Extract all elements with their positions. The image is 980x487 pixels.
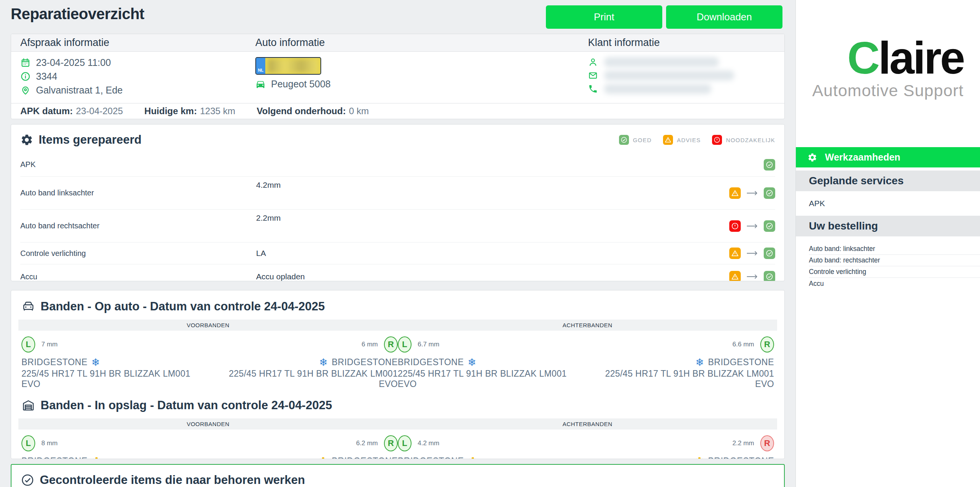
tire-front-right: R 6.2 mm BRIDGESTONE 225/45 YR17 TL 91Y … (210, 435, 398, 459)
company-logo: Claire Automotive Support (796, 0, 980, 100)
print-button[interactable]: Print (546, 5, 662, 29)
order-item-lighting[interactable]: Controle verlichting (809, 266, 980, 278)
appointment-datetime: 23-04-2025 11:00 (36, 57, 111, 68)
sun-icon (318, 456, 328, 459)
your-order-header: Uw bestelling (796, 216, 980, 236)
logo-wordmark: Claire (812, 35, 964, 80)
order-item-battery[interactable]: Accu (809, 278, 980, 289)
status-advice-badge (729, 248, 741, 259)
customer-phone-redacted (604, 84, 711, 94)
check-circle-outline-icon (21, 473, 34, 487)
legend-necessary: NOODZAKELIJK (712, 135, 775, 145)
repair-row-band-right-rear: Auto band rechtsachter 2.2mm (20, 210, 775, 243)
car-icon (255, 79, 266, 89)
repair-row-battery: Accu Accu opladen (20, 264, 775, 281)
status-legend: GOED ADVIES NOODZAKELIJK (619, 135, 775, 145)
axle-header-bar: VOORBANDEN ACHTERBANDEN (18, 320, 777, 331)
legend-advice: ADVIES (663, 135, 701, 145)
tires-in-storage-grid: L 8 mm BRIDGESTONE 225/45 YR17 TL 91Y BR… (18, 430, 777, 459)
check-circle-icon (619, 135, 629, 145)
gear-icon (20, 133, 33, 146)
info-circle-icon (20, 71, 31, 82)
sun-icon (468, 456, 478, 459)
car-model-row: Peugeot 5008 (255, 79, 588, 90)
car-outline-icon (21, 300, 35, 313)
apk-date-pair: APK datum:23-04-2025 (20, 106, 123, 116)
appointment-number: 3344 (36, 71, 57, 82)
snowflake-icon: ❄ (468, 357, 477, 367)
status-good-badge (764, 220, 775, 232)
main-content: Reparatieoverzicht Print Downloaden Afsp… (11, 0, 785, 487)
status-necessary-badge (729, 220, 741, 232)
customer-header: Klant informatie (588, 37, 784, 49)
mail-icon (588, 71, 598, 80)
info-card-headers: Afspraak informatie Auto informatie Klan… (11, 34, 784, 52)
repair-row-apk: APK (20, 153, 775, 177)
phone-icon (588, 84, 598, 94)
tire-position-badge: L (21, 435, 35, 451)
page-header: Reparatieoverzicht Print Downloaden (11, 0, 785, 34)
customer-email-row (588, 71, 784, 80)
legend-good: GOED (619, 135, 652, 145)
garage-icon (21, 398, 35, 412)
rear-tires-label: ACHTERBANDEN (398, 320, 777, 331)
arrow-right-icon (746, 251, 758, 256)
tire-front-left: L 7 mm BRIDGESTONE❄ 225/45 HR17 TL 91H B… (21, 336, 210, 389)
status-good-badge (764, 248, 775, 259)
tires-on-car-title: Banden - Op auto - Datum van controle 24… (18, 290, 777, 320)
tire-position-badge: L (398, 435, 412, 451)
tire-rear-left: L 4.2 mm BRIDGESTONE 225/45 YR17 TL 91Y … (398, 435, 586, 459)
car-model: Peugeot 5008 (271, 79, 331, 90)
tire-rear-right: R 6.6 mm BRIDGESTONE❄ 225/45 HR17 TL 91H… (586, 336, 774, 389)
repair-row-lighting: Controle verlichting LA (20, 243, 775, 264)
arrow-right-icon (746, 274, 758, 279)
appointment-address-row: Galvanistraat 1, Ede (20, 85, 255, 96)
page-title: Reparatieoverzicht (11, 5, 144, 23)
appointment-column: 23-04-2025 11:00 3344 Galvanistraat 1, E… (20, 57, 255, 98)
tires-in-storage-title: Banden - In opslag - Datum van controle … (18, 392, 777, 418)
planned-services-header: Geplande services (796, 171, 980, 191)
sun-icon (694, 456, 704, 459)
gear-icon (807, 152, 817, 162)
repaired-items-card: Items gerepareerd GOED ADVIES NOODZAKELI… (11, 124, 785, 281)
toolbar: Print Downloaden (546, 5, 782, 29)
tire-position-badge: L (21, 336, 35, 353)
tire-position-badge: R (760, 435, 774, 451)
status-advice-badge (729, 271, 741, 281)
person-icon (588, 57, 598, 67)
calendar-icon (20, 57, 31, 68)
sidebar-item-apk[interactable]: APK (796, 191, 980, 216)
tire-position-badge: L (398, 336, 412, 353)
customer-email-redacted (604, 71, 734, 80)
axle-header-bar: VOORBANDEN ACHTERBANDEN (18, 418, 777, 430)
appointment-datetime-row: 23-04-2025 11:00 (20, 57, 255, 68)
info-card: Afspraak informatie Auto informatie Klan… (11, 34, 785, 119)
map-pin-icon (20, 85, 31, 95)
order-item-band-left-rear[interactable]: Auto band: linksachter (809, 243, 980, 255)
status-advice-badge (729, 187, 741, 199)
current-km-pair: Huidige km:1235 km (144, 106, 235, 116)
customer-column (588, 57, 784, 98)
download-button[interactable]: Downloaden (666, 5, 782, 29)
tire-front-right: R 6 mm BRIDGESTONE❄ 225/45 HR17 TL 91H B… (210, 336, 398, 389)
snowflake-icon: ❄ (695, 357, 704, 367)
checked-items-card: Gecontroleerde items die naar behoren we… (11, 464, 785, 487)
logo-subtitle: Automotive Support (812, 81, 964, 100)
next-service-pair: Volgend onderhoud:0 km (257, 106, 369, 116)
info-card-footer: APK datum:23-04-2025 Huidige km:1235 km … (11, 103, 784, 119)
snowflake-icon: ❄ (319, 357, 328, 367)
status-good-badge (764, 159, 775, 171)
arrow-right-icon (746, 190, 758, 196)
repaired-items-title: Items gerepareerd (20, 133, 142, 147)
status-good-badge (764, 187, 775, 199)
tires-on-car-grid: L 7 mm BRIDGESTONE❄ 225/45 HR17 TL 91H B… (18, 331, 777, 392)
order-item-band-right-rear[interactable]: Auto band: rechtsachter (809, 255, 980, 266)
status-good-badge (764, 271, 775, 281)
plate-number-redacted (265, 58, 320, 74)
sidebar-menu: Werkzaamheden Geplande services APK Uw b… (796, 147, 980, 289)
front-tires-label: VOORBANDEN (18, 418, 398, 430)
customer-name-redacted (604, 57, 719, 67)
sidebar-item-werkzaamheden[interactable]: Werkzaamheden (796, 147, 980, 167)
checked-items-title: Gecontroleerde items die naar behoren we… (21, 473, 775, 487)
tire-rear-right: R 2.2 mm BRIDGESTONE 225/45 YR17 TL 91Y … (586, 435, 774, 459)
